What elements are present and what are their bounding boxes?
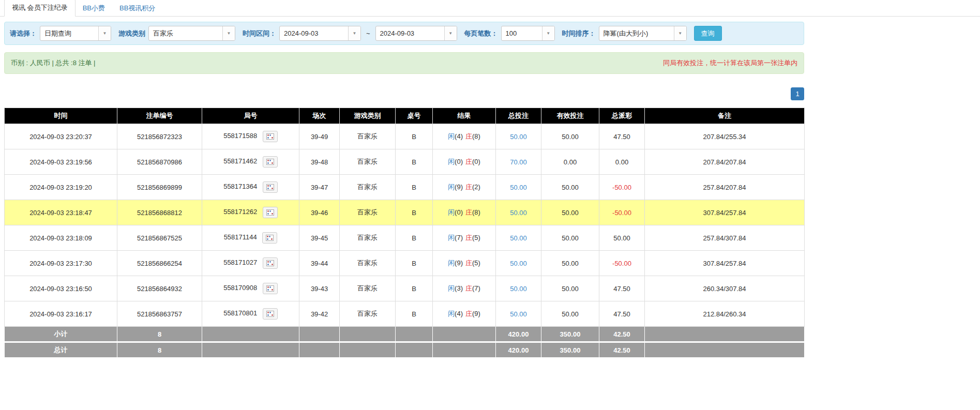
chevron-down-icon[interactable]: ▼ bbox=[348, 26, 360, 40]
cell-payout: -50.00 bbox=[599, 175, 645, 200]
cell-result: 闲(9)庄(5) bbox=[433, 251, 496, 276]
roadmap-icon bbox=[266, 133, 274, 140]
footer-empty-cell bbox=[396, 327, 433, 342]
date-from-value: 2024-09-03 bbox=[280, 26, 348, 40]
footer-empty-cell bbox=[396, 342, 433, 358]
query-type-label: 请选择： bbox=[10, 29, 37, 38]
roadmap-icon-button[interactable] bbox=[263, 156, 278, 168]
cell-round-id: 558171364 bbox=[202, 175, 299, 200]
cell-session: 39-48 bbox=[299, 149, 340, 175]
footer-count: 8 bbox=[117, 342, 202, 358]
tab-video-bet-records[interactable]: 视讯 会员下注纪录 bbox=[4, 0, 76, 17]
cell-bet-id: 521856867525 bbox=[117, 225, 202, 251]
total-bet-link[interactable]: 70.00 bbox=[510, 158, 527, 166]
footer-empty-cell bbox=[299, 327, 340, 342]
page-button-1[interactable]: 1 bbox=[791, 87, 804, 100]
cell-total-bet: 50.00 bbox=[496, 301, 541, 327]
roadmap-icon-button[interactable] bbox=[262, 232, 277, 244]
total-bet-link[interactable]: 50.00 bbox=[510, 234, 527, 242]
round-id-text: 558170908 bbox=[223, 284, 259, 292]
round-id-text: 558171144 bbox=[224, 233, 259, 241]
cell-valid-bet: 50.00 bbox=[541, 200, 599, 225]
total-bet-link[interactable]: 50.00 bbox=[510, 285, 527, 293]
table-row: 2024-09-03 23:20:37 521856872323 5581715… bbox=[5, 124, 805, 149]
chevron-down-icon[interactable]: ▼ bbox=[674, 26, 686, 40]
cell-time: 2024-09-03 23:18:09 bbox=[5, 225, 117, 251]
cell-table-no: B bbox=[396, 301, 433, 327]
cell-time: 2024-09-03 23:16:17 bbox=[5, 301, 117, 327]
date-to-select[interactable]: 2024-09-03 ▼ bbox=[375, 26, 457, 41]
total-bet-link[interactable]: 50.00 bbox=[510, 133, 527, 141]
search-button[interactable]: 查询 bbox=[694, 26, 722, 41]
cell-round-id: 558170908 bbox=[202, 276, 299, 301]
roadmap-icon bbox=[266, 184, 274, 190]
bet-records-table: 时间 注单编号 局号 场次 游戏类别 桌号 结果 总投注 有效投注 总派彩 备注… bbox=[4, 108, 805, 358]
cell-bet-id: 521856870986 bbox=[117, 149, 202, 175]
sort-order-value: 降冪(由大到小) bbox=[599, 26, 674, 40]
roadmap-icon-button[interactable] bbox=[263, 207, 278, 218]
cell-session: 39-49 bbox=[299, 124, 340, 149]
total-bet-link[interactable]: 50.00 bbox=[510, 260, 527, 267]
roadmap-icon-button[interactable] bbox=[263, 181, 278, 193]
table-row: 2024-09-03 23:19:56 521856870986 5581714… bbox=[5, 149, 805, 175]
tab-bb-video-points[interactable]: BB视讯积分 bbox=[112, 0, 162, 17]
cell-time: 2024-09-03 23:18:47 bbox=[5, 200, 117, 225]
cell-session: 39-44 bbox=[299, 251, 340, 276]
cell-total-bet: 50.00 bbox=[496, 276, 541, 301]
cell-round-id: 558171144 bbox=[202, 225, 299, 251]
total-bet-link[interactable]: 50.00 bbox=[510, 310, 527, 318]
footer-payout: 42.50 bbox=[599, 327, 645, 342]
query-type-select[interactable]: 日期查询 ▼ bbox=[40, 26, 111, 41]
result-banker: 庄(9) bbox=[465, 310, 480, 317]
header-valid-bet: 有效投注 bbox=[541, 108, 599, 124]
footer-empty-cell bbox=[645, 342, 805, 358]
cell-round-id: 558171462 bbox=[202, 149, 299, 175]
roadmap-icon-button[interactable] bbox=[263, 131, 278, 142]
roadmap-icon-button[interactable] bbox=[263, 283, 278, 294]
header-table-no: 桌号 bbox=[396, 108, 433, 124]
page-size-value: 100 bbox=[502, 26, 542, 40]
cell-total-bet: 50.00 bbox=[496, 225, 541, 251]
chevron-down-icon[interactable]: ▼ bbox=[222, 26, 235, 40]
chevron-down-icon[interactable]: ▼ bbox=[542, 26, 554, 40]
total-bet-link[interactable]: 50.00 bbox=[510, 184, 527, 191]
cell-valid-bet: 50.00 bbox=[541, 276, 599, 301]
total-bet-link[interactable]: 50.00 bbox=[510, 209, 527, 217]
game-type-value: 百家乐 bbox=[149, 26, 222, 40]
notice-text: 同局有效投注，统一计算在该局第一张注单内 bbox=[663, 58, 797, 68]
cell-note: 257.84/307.84 bbox=[645, 225, 805, 251]
cell-game-type: 百家乐 bbox=[340, 276, 396, 301]
result-player: 闲(0) bbox=[448, 208, 463, 216]
chevron-down-icon[interactable]: ▼ bbox=[444, 26, 457, 40]
roadmap-icon-button[interactable] bbox=[263, 308, 278, 320]
date-range-separator: ~ bbox=[366, 29, 370, 37]
date-to-value: 2024-09-03 bbox=[376, 26, 444, 40]
cell-note: 307.84/257.84 bbox=[645, 200, 805, 225]
roadmap-icon-button[interactable] bbox=[263, 257, 278, 269]
tab-bb-tips[interactable]: BB小费 bbox=[76, 0, 112, 17]
cell-bet-id: 521856868812 bbox=[117, 200, 202, 225]
cell-valid-bet: 50.00 bbox=[541, 225, 599, 251]
sort-order-select[interactable]: 降冪(由大到小) ▼ bbox=[599, 26, 687, 41]
footer-valid-bet: 350.00 bbox=[541, 342, 599, 358]
cell-valid-bet: 50.00 bbox=[541, 124, 599, 149]
footer-total-bet: 420.00 bbox=[496, 342, 541, 358]
table-row: 2024-09-03 23:17:30 521856866254 5581710… bbox=[5, 251, 805, 276]
cell-game-type: 百家乐 bbox=[340, 225, 396, 251]
game-type-select[interactable]: 百家乐 ▼ bbox=[148, 26, 235, 41]
result-banker: 庄(2) bbox=[465, 183, 480, 191]
footer-empty-cell bbox=[645, 327, 805, 342]
date-from-select[interactable]: 2024-09-03 ▼ bbox=[279, 26, 361, 41]
result-banker: 庄(5) bbox=[465, 259, 480, 267]
header-payout: 总派彩 bbox=[599, 108, 645, 124]
currency-total-summary: 币别 : 人民币 | 总共 :8 注单 | bbox=[11, 58, 96, 68]
cell-bet-id: 521856866254 bbox=[117, 251, 202, 276]
footer-total-bet: 420.00 bbox=[496, 327, 541, 342]
cell-session: 39-43 bbox=[299, 276, 340, 301]
cell-total-bet: 50.00 bbox=[496, 124, 541, 149]
pagination: 1 bbox=[4, 87, 804, 100]
page-size-select[interactable]: 100 ▼ bbox=[501, 26, 555, 41]
filter-bar: 请选择： 日期查询 ▼ 游戏类别 百家乐 ▼ 时间区间： 2024-09-03 … bbox=[4, 22, 804, 45]
round-id-text: 558171588 bbox=[223, 132, 259, 140]
chevron-down-icon[interactable]: ▼ bbox=[98, 26, 111, 40]
